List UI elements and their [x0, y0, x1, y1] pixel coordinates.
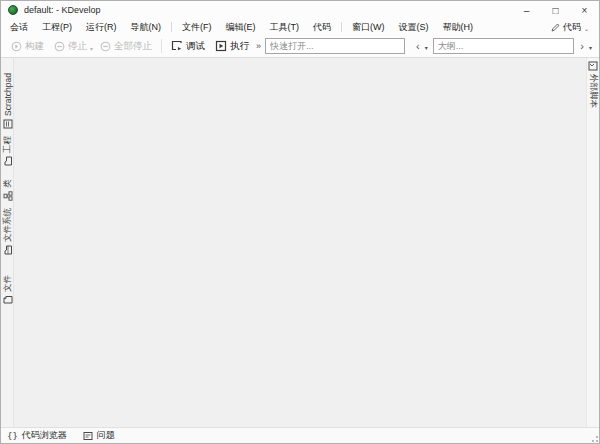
stop-dropdown-caret-icon[interactable]: ▾: [90, 45, 93, 52]
build-icon: [11, 41, 22, 52]
window-title: default: - KDevelop: [24, 5, 512, 15]
resize-grip[interactable]: [589, 433, 598, 442]
menu-separator: [341, 22, 342, 32]
menu-bar: 会话 工程(P) 运行(R) 导航(N) 文件(F) 编辑(E) 工具(T) 代…: [1, 19, 599, 35]
filesystem-icon: [3, 245, 13, 255]
build-button[interactable]: 构建: [6, 38, 49, 55]
menu-help[interactable]: 帮助(H): [436, 20, 481, 35]
minimize-button[interactable]: –: [512, 1, 541, 19]
execute-button[interactable]: 执行: [210, 38, 254, 55]
code-browser-toggle[interactable]: {} 代码浏览器: [7, 429, 67, 442]
sidebar-item-label: 文件系统: [2, 208, 14, 242]
external-scripts-icon: [589, 61, 599, 71]
pencil-icon: [551, 23, 560, 32]
workspace: Scratchpad 工程 类: [1, 57, 599, 429]
sidebar-item-filesystem[interactable]: 文件系统: [1, 206, 14, 256]
code-tool-button[interactable]: 代码 ⌄: [551, 21, 597, 34]
outline-forward-caret-icon[interactable]: ▾: [587, 44, 594, 51]
sidebar-item-label: 类: [2, 180, 14, 189]
right-dock-bar: 外部脚本: [586, 58, 599, 429]
sidebar-item-classes[interactable]: 类: [1, 174, 14, 202]
menu-file[interactable]: 文件(F): [175, 20, 219, 35]
menu-tools[interactable]: 工具(T): [263, 20, 307, 35]
menu-separator: [171, 22, 172, 32]
menu-session[interactable]: 会话: [3, 20, 35, 35]
debug-label: 调试: [186, 40, 205, 53]
editor-area: [14, 58, 586, 429]
maximize-button[interactable]: □: [541, 1, 570, 19]
outline-input[interactable]: [433, 38, 575, 54]
quick-open-input[interactable]: [265, 38, 405, 54]
sidebar-item-label: Scratchpad: [3, 73, 13, 116]
stop-icon: [54, 41, 65, 52]
documents-icon: [3, 295, 13, 305]
main-toolbar: 构建 停止 ▾ 全部停止 调试 执行 »: [1, 35, 599, 57]
scratchpad-icon: [3, 119, 13, 129]
kdevelop-window: default: - KDevelop – □ × 会话 工程(P) 运行(R)…: [0, 0, 600, 444]
chevron-down-icon: ⌄: [584, 25, 589, 32]
title-bar: default: - KDevelop – □ ×: [1, 1, 599, 19]
window-controls: – □ ×: [512, 1, 599, 19]
outline-back-caret-icon[interactable]: ▾: [423, 44, 430, 51]
outline-forward-button[interactable]: ›: [577, 41, 587, 52]
sidebar-item-label: 文件: [2, 275, 14, 292]
sidebar-item-label: 工程: [2, 136, 14, 153]
menu-settings[interactable]: 设置(S): [392, 20, 436, 35]
debug-button[interactable]: 调试: [166, 38, 210, 55]
braces-icon: {}: [7, 431, 18, 441]
execute-label: 执行: [230, 40, 249, 53]
menu-edit[interactable]: 编辑(E): [219, 20, 263, 35]
stop-all-button[interactable]: 全部停止: [95, 38, 157, 55]
problems-label: 问题: [97, 429, 115, 442]
stop-all-label: 全部停止: [114, 40, 152, 53]
classes-icon: [3, 191, 13, 201]
menu-run[interactable]: 运行(R): [79, 20, 124, 35]
outline-back-button[interactable]: ‹: [413, 41, 423, 52]
menu-code[interactable]: 代码: [306, 20, 338, 35]
menu-window[interactable]: 窗口(W): [345, 20, 392, 35]
code-browser-label: 代码浏览器: [22, 429, 67, 442]
status-bar: {} 代码浏览器 问题: [1, 427, 599, 443]
problems-icon: [83, 431, 93, 441]
problems-toggle[interactable]: 问题: [83, 429, 115, 442]
sidebar-item-scratchpad[interactable]: Scratchpad: [1, 58, 14, 130]
projects-icon: [3, 156, 13, 166]
execute-icon: [215, 40, 227, 52]
code-tool-label: 代码: [563, 21, 581, 34]
stop-all-icon: [100, 41, 111, 52]
menu-project[interactable]: 工程(P): [35, 20, 79, 35]
close-button[interactable]: ×: [570, 1, 599, 19]
toolbar-separator: [161, 39, 162, 53]
menu-navigation[interactable]: 导航(N): [124, 20, 169, 35]
stop-label: 停止: [68, 40, 87, 53]
sidebar-item-documents[interactable]: 文件: [1, 262, 14, 306]
build-label: 构建: [25, 40, 44, 53]
stop-button[interactable]: 停止: [49, 38, 92, 55]
kdevelop-logo-icon: [8, 5, 18, 15]
sidebar-item-label: 外部脚本: [588, 74, 600, 108]
debug-icon: [171, 40, 183, 52]
left-dock-bar: Scratchpad 工程 类: [1, 58, 14, 429]
toolbar-overflow-icon[interactable]: »: [254, 41, 265, 51]
sidebar-item-external-scripts[interactable]: 外部脚本: [587, 60, 600, 73]
sidebar-item-projects[interactable]: 工程: [1, 134, 14, 167]
